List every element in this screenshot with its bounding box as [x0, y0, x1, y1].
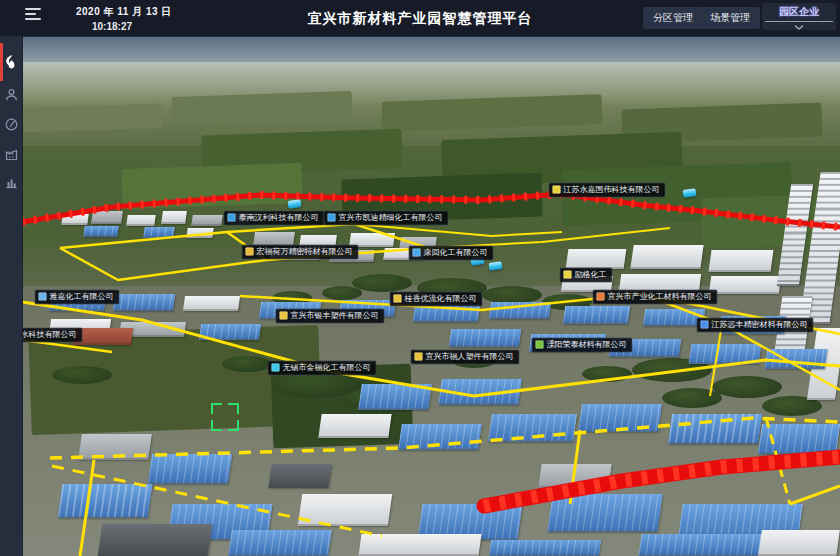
company-name: 宜兴市银丰塑件有限公司 — [291, 311, 379, 321]
company-name: 康回化工有限公司 — [424, 248, 488, 258]
company-name: 无锡市金福化工有限公司 — [283, 363, 371, 373]
company-marker-icon — [564, 271, 572, 279]
company-label[interactable]: 励格化工 — [560, 268, 613, 283]
company-label[interactable]: 江苏远丰精密材料有限公司 — [697, 318, 814, 333]
map-3d-view[interactable]: 泰南汉利科技有限公司宜兴市凯迪精细化工有限公司宏福荷万精密特材有限公司康回化工有… — [22, 36, 840, 556]
company-name: 江苏永嘉国伟科技有限公司 — [564, 185, 660, 195]
company-name: 桂香优流化有限公司 — [405, 294, 477, 304]
selection-reticle — [211, 403, 239, 431]
company-marker-icon — [553, 186, 561, 194]
company-marker-icon — [597, 293, 605, 301]
company-marker-icon — [394, 295, 402, 303]
company-marker-icon — [39, 293, 47, 301]
company-label[interactable]: 桂香优流化有限公司 — [390, 292, 483, 307]
road-line — [474, 360, 840, 396]
sidebar-item-environment[interactable] — [0, 111, 22, 137]
company-name: 泰南汉利科技有限公司 — [239, 213, 319, 223]
sidebar-item-personnel[interactable] — [0, 81, 22, 107]
company-label[interactable]: 泰南汉利科技有限公司 — [224, 211, 325, 226]
company-label[interactable]: 宏福荷万精密特材有限公司 — [242, 245, 359, 260]
company-name: 励格化工 — [575, 270, 607, 280]
company-name: 宜兴市凯迪精细化工有限公司 — [339, 213, 443, 223]
company-label[interactable]: 雅嘉化工有限公司 — [35, 290, 120, 305]
company-label[interactable]: 康回化工有限公司 — [409, 246, 494, 261]
company-label[interactable]: 市凯旋织水科技有限公司 — [22, 328, 83, 343]
user-icon — [5, 88, 18, 101]
company-marker-icon — [413, 249, 421, 257]
company-marker-icon — [701, 321, 709, 329]
company-label[interactable]: 溧阳荣泰材料有限公司 — [532, 338, 633, 353]
company-name: 市凯旋织水科技有限公司 — [22, 330, 77, 340]
zone-management-button[interactable]: 分区管理 — [643, 7, 703, 29]
company-label[interactable]: 宜兴市产业化工材料有限公司 — [593, 290, 718, 305]
company-marker-icon — [536, 341, 544, 349]
company-label[interactable]: 宜兴市凯迪精细化工有限公司 — [324, 211, 449, 226]
road-line — [52, 466, 382, 536]
toolbar-sidebar — [0, 0, 23, 556]
dropdown-label: 园区企业 — [762, 3, 836, 19]
company-name: 江苏远丰精密材料有限公司 — [712, 320, 808, 330]
company-marker-icon — [280, 312, 288, 320]
company-name: 宏福荷万精密特材有限公司 — [257, 247, 353, 257]
road-line — [790, 486, 840, 504]
company-label[interactable]: 江苏永嘉国伟科技有限公司 — [549, 183, 666, 198]
company-label[interactable]: 宜兴市福人塑件有限公司 — [411, 350, 520, 365]
company-name: 宜兴市产业化工材料有限公司 — [608, 292, 712, 302]
sidebar-item-fire-monitor[interactable] — [0, 49, 22, 75]
road-line — [642, 294, 840, 390]
road-line — [484, 457, 840, 506]
company-marker-icon — [272, 364, 280, 372]
chevron-down-icon — [794, 25, 804, 30]
road-line — [60, 232, 266, 280]
company-name: 溧阳荣泰材料有限公司 — [547, 340, 627, 350]
company-label[interactable]: 宜兴市银丰塑件有限公司 — [276, 309, 385, 324]
company-marker-icon — [246, 248, 254, 256]
smart-park-platform: 2020 年 11 月 13 日 10:18:27 宜兴市新材料产业园智慧管理平… — [0, 0, 840, 556]
fire-icon — [5, 55, 18, 69]
road-line — [50, 418, 840, 458]
park-enterprise-dropdown[interactable]: 园区企业 — [762, 3, 836, 30]
company-marker-icon — [228, 214, 236, 222]
company-marker-icon — [415, 353, 423, 361]
road-line — [80, 460, 94, 556]
company-name: 雅嘉化工有限公司 — [50, 292, 114, 302]
road-line — [710, 324, 722, 396]
sidebar-item-enterprise[interactable] — [0, 141, 22, 167]
factory-icon — [5, 148, 18, 161]
company-label[interactable]: 无锡市金福化工有限公司 — [268, 361, 377, 376]
gauge-icon — [5, 118, 18, 131]
company-name: 宜兴市福人塑件有限公司 — [426, 352, 514, 362]
sidebar-item-statistics[interactable] — [0, 169, 22, 195]
company-marker-icon — [328, 214, 336, 222]
bar-chart-icon — [5, 176, 18, 189]
scene-management-button[interactable]: 场景管理 — [700, 7, 760, 29]
dropdown-divider — [765, 21, 833, 22]
top-bar: 2020 年 11 月 13 日 10:18:27 宜兴市新材料产业园智慧管理平… — [0, 0, 840, 37]
